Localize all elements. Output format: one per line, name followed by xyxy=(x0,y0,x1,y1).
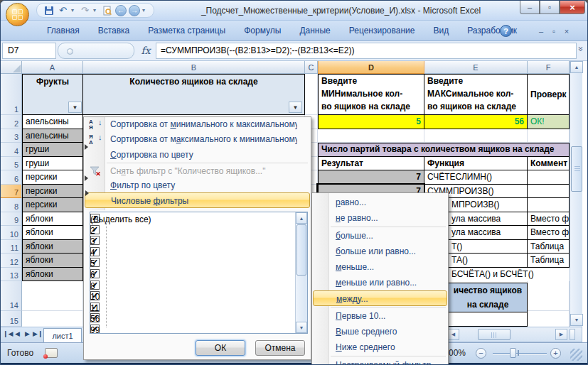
cell-A7[interactable]: персики xyxy=(22,185,83,199)
scroll-right-icon[interactable]: ▶ xyxy=(555,329,567,340)
office-button[interactable] xyxy=(6,3,29,26)
zoom-out-button[interactable]: − xyxy=(476,348,486,359)
cell-F7[interactable] xyxy=(528,185,570,199)
cell-D4[interactable]: Число партий товара с количеством ящиков… xyxy=(318,143,570,157)
ribbon-tab-данные[interactable]: Данные xyxy=(290,21,339,41)
last-sheet-icon[interactable]: ▶❙ xyxy=(33,330,42,337)
name-box[interactable]: D7 xyxy=(2,43,56,59)
row-header-3[interactable]: 3 xyxy=(1,129,22,143)
ribbon-tab-рецензирование[interactable]: Рецензирование xyxy=(340,21,424,41)
row-header-6[interactable]: 6 xyxy=(1,170,22,185)
cell-A12[interactable]: яблоки xyxy=(22,254,83,268)
first-sheet-icon[interactable]: ❙◀ xyxy=(3,330,12,337)
row-header-12[interactable]: 12 xyxy=(1,254,22,268)
expand-formula-bar-icon[interactable]: « xyxy=(575,47,585,52)
workbook-close-button[interactable]: × xyxy=(561,26,572,37)
cell-D14[interactable]: ичество ящиковна складе xyxy=(449,283,528,312)
row-header-10[interactable]: 10 xyxy=(1,226,22,240)
formula-input[interactable]: =СУММПРОИЗВ(--(B2:B13>=D2);--(B2:B13<=E2… xyxy=(156,43,577,59)
row-header-8[interactable]: 8 xyxy=(1,198,22,212)
cell-A3[interactable]: апельсины xyxy=(22,129,83,143)
ribbon-tab-формулы[interactable]: Формулы xyxy=(235,21,290,41)
restore-button[interactable]: ▫ xyxy=(540,1,560,14)
ribbon-tab-главная[interactable]: Главная xyxy=(38,21,89,41)
filter-value-item[interactable]: ✓5 xyxy=(90,258,289,269)
menu-item-equals[interactable]: равно... xyxy=(313,195,447,210)
filter-value-item[interactable]: ✓6 xyxy=(90,269,289,280)
filter-value-item[interactable]: ✓99 xyxy=(90,325,289,334)
cell-E9[interactable]: ула массива xyxy=(449,212,528,227)
menu-item-number-filters[interactable]: Числовые фильтры xyxy=(85,192,310,208)
row-header-7[interactable]: 7 xyxy=(1,185,22,199)
vertical-scrollbar[interactable]: ▲ ▼ xyxy=(570,61,582,327)
zoom-slider-track[interactable] xyxy=(493,353,547,355)
filter-dropdown-icon[interactable]: ▼ xyxy=(289,102,302,113)
prev-sheet-icon[interactable]: ◀ xyxy=(13,330,22,337)
vertical-scroll-thumb[interactable] xyxy=(571,146,582,192)
column-header-E[interactable]: E xyxy=(424,61,528,74)
menu-item-sort-ascending[interactable]: Сортировка от минимального к максимально… xyxy=(85,117,310,132)
cell-F6[interactable] xyxy=(528,170,570,185)
scroll-thumb[interactable] xyxy=(296,224,306,276)
filter-value-item[interactable]: ✓4 xyxy=(90,247,289,258)
column-header-B[interactable]: B xyxy=(83,61,305,74)
ribbon-tab-вставка[interactable]: Вставка xyxy=(89,21,139,41)
cell-A5[interactable]: груши xyxy=(22,157,83,171)
close-button[interactable]: × xyxy=(560,1,585,14)
menu-item-not-equals[interactable]: не равно... xyxy=(313,210,447,226)
workbook-restore-button[interactable]: ▫ xyxy=(548,26,560,37)
menu-item-custom-filter[interactable]: Настраиваемый фильтр... xyxy=(313,357,447,365)
sheet-tab[interactable]: лист1 xyxy=(43,328,82,344)
filter-value-item[interactable]: ✓2 xyxy=(90,225,289,236)
minimize-button[interactable]: – xyxy=(520,1,540,14)
horizontal-scroll-thumb[interactable] xyxy=(478,329,511,340)
cell-E1[interactable]: ВведитеМАКСимальное кол-во ящиков на скл… xyxy=(424,74,528,115)
row-header-1[interactable]: 1 xyxy=(1,74,22,115)
redo-dropdown-icon[interactable]: ▾ xyxy=(93,7,99,13)
column-header-F[interactable]: F xyxy=(528,61,570,74)
cell-E10[interactable]: ула массива xyxy=(449,226,528,240)
cell-E5[interactable]: Функция xyxy=(424,157,528,171)
cell-F2[interactable]: ОК! xyxy=(528,115,570,129)
tab-split-handle-right[interactable] xyxy=(570,329,575,340)
help-icon[interactable]: ? xyxy=(500,25,512,37)
filter-value-item[interactable]: ✓3 xyxy=(90,236,289,247)
menu-item-greater-or-equal[interactable]: больше или равно... xyxy=(313,244,447,259)
zoom-slider-handle[interactable] xyxy=(510,348,516,358)
filter-value-item[interactable]: ✓(Выделить все) xyxy=(90,214,289,225)
redo-icon[interactable]: ↷ xyxy=(79,4,91,16)
cell-F8[interactable] xyxy=(528,198,570,212)
cell-E8[interactable]: МПРОИЗВ() xyxy=(449,198,528,212)
cell-E2[interactable]: 56 xyxy=(424,115,528,129)
workbook-minimize-button[interactable]: – xyxy=(535,26,547,37)
filter-values-scrollbar[interactable]: ▲ ▼ xyxy=(295,212,307,333)
filter-dropdown-icon[interactable]: ▼ xyxy=(68,102,82,113)
scroll-down-icon[interactable]: ▼ xyxy=(296,322,307,333)
cell-F11[interactable]: Таблица xyxy=(528,240,570,254)
row-header-14[interactable]: 14 xyxy=(1,281,22,311)
cell-A2[interactable]: апельсины xyxy=(22,115,83,129)
row-header-2[interactable]: 2 xyxy=(1,115,22,129)
zoom-in-button[interactable]: + xyxy=(550,348,561,359)
qat-customize-icon[interactable]: ▾ xyxy=(142,7,148,13)
filter-value-item[interactable]: ✓10 xyxy=(90,291,289,303)
row-header-15[interactable]: 15 xyxy=(1,311,22,327)
column-header-D[interactable]: D xyxy=(318,61,424,74)
menu-item-sort-descending[interactable]: Сортировка от максимального к минимально… xyxy=(85,132,310,147)
scroll-down-icon[interactable]: ▼ xyxy=(570,314,583,326)
resize-grip[interactable] xyxy=(570,349,582,361)
menu-item-greater-than[interactable]: больше... xyxy=(313,228,447,244)
next-sheet-icon[interactable]: ▶ xyxy=(23,330,32,337)
cell-D1[interactable]: ВведитеМИНимальное кол-во ящиков на скла… xyxy=(318,74,424,115)
cell-A9[interactable]: яблоки xyxy=(22,212,83,227)
cell-D5[interactable]: Результат xyxy=(318,157,424,171)
cell-A11[interactable]: яблоки xyxy=(22,240,83,254)
insert-function-button[interactable]: fx xyxy=(137,43,154,59)
cell-A8[interactable]: персики xyxy=(22,198,83,212)
name-box-split[interactable] xyxy=(58,43,134,59)
menu-item-below-average[interactable]: Ниже среднего xyxy=(313,339,447,355)
undo-dropdown-icon[interactable]: ▾ xyxy=(71,7,77,13)
row-header-13[interactable]: 13 xyxy=(1,268,22,282)
cell-A4[interactable]: груши xyxy=(22,143,83,157)
column-header-C[interactable]: C xyxy=(305,61,318,74)
